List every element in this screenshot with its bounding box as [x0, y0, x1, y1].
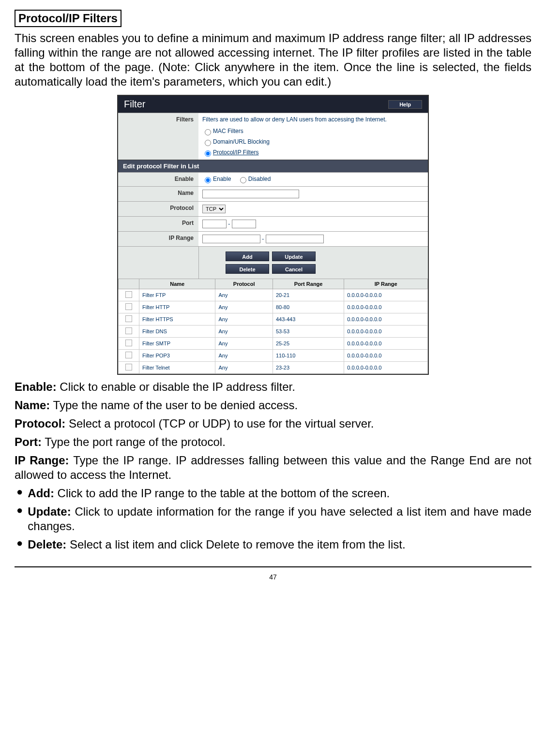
- col-name: Name: [139, 279, 215, 289]
- ip-to-input[interactable]: [266, 235, 324, 243]
- filter-table: Name Protocol Port Range IP Range Filter…: [118, 279, 428, 374]
- bullet-add: ●Add: Click to add the IP range to the t…: [15, 486, 531, 501]
- help-button[interactable]: Help: [388, 100, 422, 109]
- disabled-option-label: Disabled: [248, 176, 271, 182]
- def-port: Port: Type the port range of the protoco…: [15, 435, 531, 449]
- page-title: Protocol/IP Filters: [15, 10, 121, 27]
- port-row-label: Port: [118, 217, 198, 231]
- update-button[interactable]: Update: [272, 252, 316, 261]
- name-input[interactable]: [202, 190, 299, 198]
- col-port: Port Range: [273, 279, 344, 289]
- col-protocol: Protocol: [215, 279, 273, 289]
- def-protocol: Protocol: Select a protocol (TCP or UDP)…: [15, 416, 531, 431]
- cell-ip: 0.0.0.0-0.0.0.0: [344, 338, 428, 350]
- protocol-ip-radio[interactable]: [205, 150, 211, 157]
- iprange-row-label: IP Range: [118, 232, 198, 246]
- cell-name: Filter POP3: [139, 350, 215, 362]
- cell-ip: 0.0.0.0-0.0.0.0: [344, 326, 428, 338]
- protocol-ip-label: Protocol/IP Filters: [213, 149, 258, 156]
- row-checkbox[interactable]: [125, 352, 132, 358]
- cell-ip: 0.0.0.0-0.0.0.0: [344, 289, 428, 301]
- disabled-radio[interactable]: [240, 177, 246, 183]
- cell-protocol: Any: [215, 326, 273, 338]
- row-checkbox[interactable]: [125, 340, 132, 346]
- intro-paragraph: This screen enables you to define a mini…: [15, 31, 531, 89]
- protocol-select[interactable]: TCP: [202, 205, 226, 213]
- url-blocking-label: Domain/URL Blocking: [213, 138, 270, 145]
- row-checkbox[interactable]: [125, 315, 132, 322]
- def-iprange: IP Range: Type the IP range. IP addresse…: [15, 453, 531, 482]
- table-row[interactable]: Filter HTTPSAny443-4430.0.0.0-0.0.0.0: [119, 313, 428, 326]
- name-row-label: Name: [118, 187, 198, 201]
- cell-protocol: Any: [215, 362, 273, 374]
- bullet-delete: ●Delete: Select a list item and click De…: [15, 537, 531, 552]
- row-checkbox[interactable]: [125, 364, 132, 371]
- table-row[interactable]: Filter SMTPAny25-250.0.0.0-0.0.0.0: [119, 338, 428, 350]
- ip-from-input[interactable]: [202, 235, 260, 243]
- filters-label: Filters: [118, 113, 198, 160]
- mac-filters-radio[interactable]: [205, 129, 211, 135]
- def-name: Name: Type the name of the user to be de…: [15, 398, 531, 413]
- cell-name: Filter Telnet: [139, 362, 215, 374]
- edit-section-header: Edit protocol Filter in List: [118, 160, 428, 172]
- table-row[interactable]: Filter HTTPAny80-800.0.0.0-0.0.0.0: [119, 301, 428, 313]
- cell-port: 53-53: [273, 326, 344, 338]
- cancel-button[interactable]: Cancel: [272, 264, 316, 274]
- cell-ip: 0.0.0.0-0.0.0.0: [344, 362, 428, 374]
- enable-row-label: Enable: [118, 173, 198, 186]
- enable-option-label: Enable: [213, 176, 231, 182]
- filters-description: Filters are used to allow or deny LAN us…: [202, 116, 424, 123]
- enable-radio[interactable]: [205, 177, 211, 183]
- cell-protocol: Any: [215, 350, 273, 362]
- bullet-icon: ●: [16, 537, 23, 549]
- cell-name: Filter FTP: [139, 289, 215, 301]
- delete-button[interactable]: Delete: [226, 264, 269, 274]
- table-row[interactable]: Filter DNSAny53-530.0.0.0-0.0.0.0: [119, 326, 428, 338]
- cell-port: 20-21: [273, 289, 344, 301]
- bullet-icon: ●: [16, 486, 23, 498]
- cell-protocol: Any: [215, 301, 273, 313]
- filter-screenshot: Filter Help Filters Filters are used to …: [117, 95, 429, 375]
- cell-port: 110-110: [273, 350, 344, 362]
- url-blocking-radio[interactable]: [205, 140, 211, 146]
- add-button[interactable]: Add: [226, 252, 269, 261]
- table-row[interactable]: Filter POP3Any110-1100.0.0.0-0.0.0.0: [119, 350, 428, 362]
- row-checkbox[interactable]: [125, 303, 132, 310]
- panel-title: Filter: [124, 99, 145, 110]
- cell-port: 23-23: [273, 362, 344, 374]
- bullet-icon: ●: [16, 504, 23, 516]
- cell-name: Filter HTTP: [139, 301, 215, 313]
- row-checkbox[interactable]: [125, 327, 132, 334]
- cell-name: Filter DNS: [139, 326, 215, 338]
- cell-port: 25-25: [273, 338, 344, 350]
- port-to-input[interactable]: [232, 220, 256, 228]
- table-row[interactable]: Filter TelnetAny23-230.0.0.0-0.0.0.0: [119, 362, 428, 374]
- cell-protocol: Any: [215, 289, 273, 301]
- cell-ip: 0.0.0.0-0.0.0.0: [344, 301, 428, 313]
- cell-ip: 0.0.0.0-0.0.0.0: [344, 350, 428, 362]
- cell-port: 80-80: [273, 301, 344, 313]
- protocol-row-label: Protocol: [118, 202, 198, 216]
- col-ip: IP Range: [344, 279, 428, 289]
- cell-ip: 0.0.0.0-0.0.0.0: [344, 313, 428, 326]
- mac-filters-label: MAC Filters: [213, 128, 243, 134]
- cell-protocol: Any: [215, 338, 273, 350]
- bullet-update: ●Update: Click to update information for…: [15, 504, 531, 534]
- page-number: 47: [15, 573, 531, 581]
- cell-port: 443-443: [273, 313, 344, 326]
- port-from-input[interactable]: [202, 220, 227, 228]
- cell-name: Filter SMTP: [139, 338, 215, 350]
- row-checkbox[interactable]: [125, 291, 132, 298]
- table-row[interactable]: Filter FTPAny20-210.0.0.0-0.0.0.0: [119, 289, 428, 301]
- def-enable: Enable: Click to enable or disable the I…: [15, 380, 531, 394]
- cell-name: Filter HTTPS: [139, 313, 215, 326]
- cell-protocol: Any: [215, 313, 273, 326]
